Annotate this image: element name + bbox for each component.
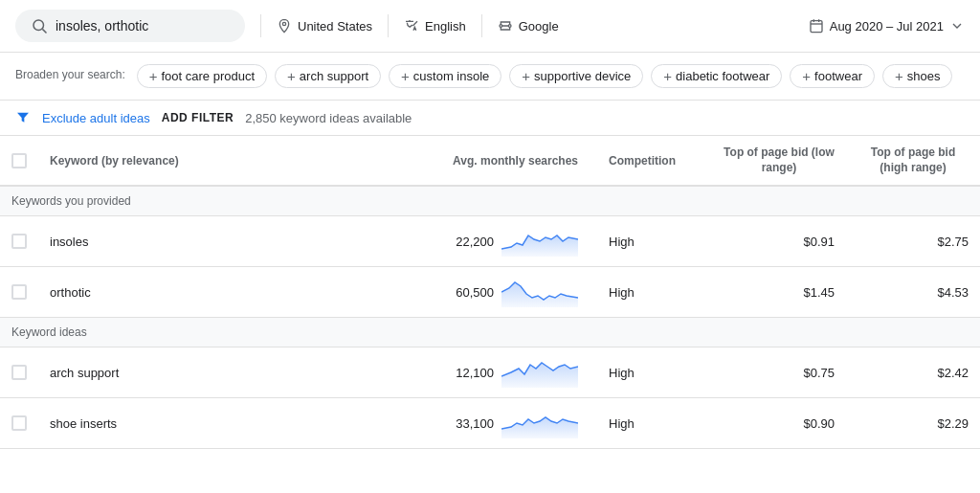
row-checkbox[interactable] xyxy=(11,234,27,249)
chip-diabetic-footwear[interactable]: + diabetic footwear xyxy=(651,64,782,88)
monthly-cell: 60,500 xyxy=(318,277,586,307)
competition-cell: High xyxy=(597,347,712,398)
broaden-label: Broaden your search: xyxy=(15,64,125,81)
chip-label: supportive device xyxy=(534,69,631,83)
chip-arch-support[interactable]: + arch support xyxy=(275,64,381,88)
keyword-count: 2,850 keyword ideas available xyxy=(245,111,412,125)
chip-supportive-device[interactable]: + supportive device xyxy=(509,64,643,88)
chips-container: + foot care product + arch support + cus… xyxy=(137,64,953,88)
exclude-adult-link[interactable]: Exclude adult ideas xyxy=(42,111,150,125)
section-header-ideas: Keyword ideas xyxy=(0,318,980,347)
monthly-value: 12,100 xyxy=(448,366,494,380)
competition-cell: High xyxy=(597,267,712,318)
svg-rect-5 xyxy=(811,21,822,33)
chip-label: shoes xyxy=(907,69,941,83)
date-range-label: Aug 2020 – Jul 2021 xyxy=(830,19,944,34)
language-selector[interactable]: English xyxy=(404,18,466,34)
monthly-cell: 33,100 xyxy=(318,408,586,438)
monthly-value: 60,500 xyxy=(448,285,494,300)
header: insoles, orthotic United States English … xyxy=(0,0,980,53)
network-icon xyxy=(498,18,513,34)
translate-icon xyxy=(404,18,419,34)
chip-plus-icon: + xyxy=(663,69,672,83)
svg-point-0 xyxy=(33,20,44,31)
svg-marker-11 xyxy=(501,363,578,388)
date-range-selector[interactable]: Aug 2020 – Jul 2021 xyxy=(809,18,965,34)
location-selector[interactable]: United States xyxy=(277,18,372,34)
chip-label: foot care product xyxy=(162,69,256,83)
row-checkbox[interactable] xyxy=(11,284,27,300)
location-icon xyxy=(277,18,292,34)
svg-marker-10 xyxy=(501,282,578,307)
monthly-cell: 12,100 xyxy=(318,357,586,388)
svg-point-3 xyxy=(500,25,502,28)
chip-label: custom insole xyxy=(413,69,489,83)
chip-foot-care-product[interactable]: + foot care product xyxy=(137,64,267,88)
bid-low-cell: $0.90 xyxy=(712,398,846,449)
sparkline-chart xyxy=(501,226,578,257)
chevron-down-icon xyxy=(949,18,965,34)
section-title-ideas: Keyword ideas xyxy=(0,318,980,347)
filter-icon xyxy=(15,110,31,125)
keyword-table: Keyword (by relevance) Avg. monthly sear… xyxy=(0,136,980,449)
search-box[interactable]: insoles, orthotic xyxy=(15,10,245,42)
divider-3 xyxy=(481,14,482,37)
row-checkbox[interactable] xyxy=(11,415,27,431)
table-row: orthotic 60,500 High $1.45 $4.53 xyxy=(0,267,980,318)
col-header-bid-high: Top of page bid (high range) xyxy=(846,136,980,186)
chip-footwear[interactable]: + footwear xyxy=(790,64,875,88)
sparkline-chart xyxy=(501,277,578,307)
monthly-value: 22,200 xyxy=(448,235,494,249)
table-row: arch support 12,100 High $0.75 $2.42 xyxy=(0,347,980,398)
section-title-provided: Keywords you provided xyxy=(0,186,980,216)
filter-row: Exclude adult ideas ADD FILTER 2,850 key… xyxy=(0,101,980,136)
svg-point-4 xyxy=(508,25,511,28)
search-icon xyxy=(31,17,48,34)
chip-plus-icon: + xyxy=(287,69,296,83)
network-label: Google xyxy=(519,19,559,34)
chip-shoes[interactable]: + shoes xyxy=(882,64,952,88)
bid-high-cell: $4.53 xyxy=(846,267,980,318)
bid-low-cell: $0.91 xyxy=(712,216,846,267)
col-header-keyword: Keyword (by relevance) xyxy=(38,136,306,186)
chip-plus-icon: + xyxy=(895,69,903,83)
location-label: United States xyxy=(298,19,372,34)
divider-2 xyxy=(388,14,389,37)
chip-plus-icon: + xyxy=(522,69,530,83)
chip-label: diabetic footwear xyxy=(676,69,769,83)
keyword-cell: arch support xyxy=(38,347,306,398)
col-header-bid-low: Top of page bid (low range) xyxy=(712,136,846,186)
bid-high-cell: $2.29 xyxy=(846,398,980,449)
chip-label: arch support xyxy=(300,69,368,83)
monthly-value: 33,100 xyxy=(448,416,494,431)
bid-high-cell: $2.75 xyxy=(846,216,980,267)
calendar-icon xyxy=(809,18,824,34)
table-row: insoles 22,200 High $0.91 $2.75 xyxy=(0,216,980,267)
col-header-competition: Competition xyxy=(597,136,712,186)
chip-label: footwear xyxy=(814,69,862,83)
select-all-checkbox[interactable] xyxy=(11,153,27,168)
chip-plus-icon: + xyxy=(149,69,158,83)
section-header-provided: Keywords you provided xyxy=(0,186,980,216)
keyword-cell: insoles xyxy=(38,216,306,267)
sparkline-chart xyxy=(501,357,578,388)
monthly-cell: 22,200 xyxy=(318,226,586,257)
sparkline-chart xyxy=(501,408,578,438)
bid-high-cell: $2.42 xyxy=(846,347,980,398)
chip-plus-icon: + xyxy=(401,69,410,83)
svg-line-1 xyxy=(42,29,46,33)
chip-custom-insole[interactable]: + custom insole xyxy=(389,64,501,88)
svg-point-2 xyxy=(282,22,285,25)
network-selector[interactable]: Google xyxy=(498,18,559,34)
competition-cell: High xyxy=(597,398,712,449)
search-input-value: insoles, orthotic xyxy=(56,18,148,34)
add-filter-button[interactable]: ADD FILTER xyxy=(162,111,234,124)
language-label: English xyxy=(425,19,466,34)
table-row: shoe inserts 33,100 High $0.90 $2.29 xyxy=(0,398,980,449)
row-checkbox[interactable] xyxy=(11,365,27,380)
keyword-cell: orthotic xyxy=(38,267,306,318)
col-header-monthly: Avg. monthly searches xyxy=(306,136,597,186)
broaden-section: Broaden your search: + foot care product… xyxy=(0,53,980,101)
keyword-cell: shoe inserts xyxy=(38,398,306,449)
competition-cell: High xyxy=(597,216,712,267)
